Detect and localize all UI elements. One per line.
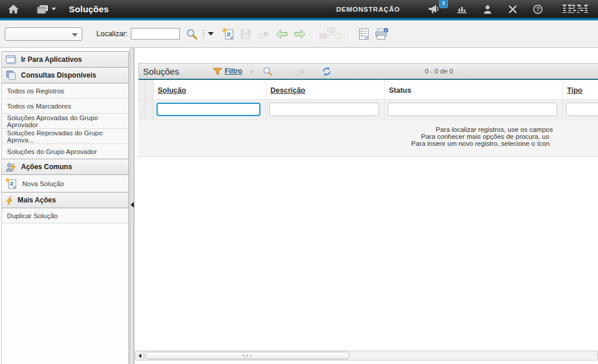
previous-page-icon[interactable] — [409, 67, 419, 76]
bulletins-icon[interactable]: 1 — [428, 4, 441, 14]
app-title: Soluções — [69, 4, 109, 14]
filter-input-tipo[interactable] — [566, 103, 598, 116]
chevron-down-icon — [51, 8, 56, 10]
common-actions-icon — [5, 162, 17, 172]
sidebar-header-acoes-comuns[interactable]: Ações Comuns — [2, 159, 128, 175]
chevron-down-icon — [72, 33, 78, 37]
topbar-right-cluster: DEMONSTRAÇÃO 1 IBM — [336, 4, 598, 14]
search-icon[interactable] — [186, 28, 198, 40]
localizar-input[interactable] — [131, 28, 180, 40]
row-marker-column — [145, 80, 154, 99]
table-title: Soluções — [143, 66, 179, 76]
help-text-line: Para inserir um novo registro, selecione… — [411, 140, 550, 147]
scrollbar-thumb[interactable] — [145, 352, 350, 359]
clear-changes-icon[interactable] — [257, 29, 270, 39]
page-body: Ir Para Aplicativos Consultas Disponívei… — [0, 48, 598, 364]
help-text-line: Para conhecer mais opções de procura, us — [421, 133, 549, 140]
column-header-solucao[interactable]: Solução — [158, 86, 186, 94]
applications-icon — [5, 55, 17, 65]
next-page-icon[interactable] — [458, 67, 469, 76]
print-icon[interactable] — [375, 27, 389, 40]
username: DEMONSTRAÇÃO — [336, 6, 400, 13]
sidebar-item-label: Soluções Aprovadas do Grupo Aprovador — [7, 114, 128, 128]
move-up-icon[interactable] — [354, 66, 363, 76]
sidebar-header-consultas-disponiveis[interactable]: Consultas Disponíveis — [2, 67, 128, 83]
sidebar-header-label: Consultas Disponíveis — [21, 71, 96, 79]
column-header-descricao[interactable]: Descrição — [270, 86, 305, 94]
sidebar-item-label: Nova Solução — [22, 180, 64, 187]
collapse-arrow-icon — [131, 202, 134, 208]
column-header-tipo[interactable]: Tipo — [567, 86, 582, 94]
previous-record-icon[interactable] — [276, 29, 288, 39]
table-toolbar: Soluções Filtro — [138, 63, 598, 80]
profile-icon[interactable] — [483, 5, 492, 14]
sidebar-header-label: Mais Ações — [18, 196, 56, 204]
table-empty-help: Para localizar registros, use os campos … — [138, 120, 598, 157]
sidebar-item-label: Todos os Marcadores — [7, 103, 71, 110]
run-reports-icon[interactable] — [359, 28, 369, 40]
svg-text:#: # — [227, 31, 230, 38]
sidebar-header-label: Ações Comuns — [21, 163, 72, 171]
table-search-icon[interactable] — [262, 66, 273, 77]
filter-toggle-link[interactable]: Filtro — [225, 67, 242, 75]
sidebar-item-duplicar-solucao[interactable]: Duplicar Solução — [2, 208, 128, 223]
filter-input-descricao[interactable] — [269, 103, 379, 116]
toolbar-separator — [350, 26, 351, 42]
new-record-icon[interactable]: # — [222, 27, 234, 40]
toolbar-dots-separator — [203, 30, 204, 38]
table-column-headers: Solução Descrição Status Tipo — [138, 80, 598, 99]
help-icon[interactable] — [533, 5, 543, 14]
scroll-left-arrow-icon — [138, 354, 141, 358]
workflow-icon[interactable] — [319, 27, 343, 41]
pagination-label: 0 - 0 de 0 — [425, 68, 453, 75]
sidebar-item-label: Todos os Registros — [7, 88, 64, 94]
sign-out-icon[interactable] — [508, 5, 517, 14]
localizar-label: Localizar: — [96, 30, 128, 38]
home-icon[interactable] — [8, 4, 19, 14]
toolbar-separator — [313, 26, 314, 42]
sidebar-header-label: Ir Para Aplicativos — [21, 55, 82, 64]
more-actions-icon — [5, 195, 13, 205]
sidebar-menu: Ir Para Aplicativos Consultas Disponívei… — [1, 51, 129, 364]
table-filter-row — [138, 99, 598, 120]
scroll-left-button[interactable] — [135, 351, 144, 360]
save-icon[interactable] — [240, 29, 251, 40]
clear-filter-icon[interactable] — [293, 67, 305, 76]
svg-text:#: # — [10, 181, 13, 187]
sidebar-item-nova-solucao[interactable]: # Nova Solução — [2, 175, 128, 192]
move-down-icon[interactable] — [376, 66, 384, 76]
search-options-caret[interactable] — [208, 32, 214, 36]
filter-expand-icon[interactable] — [251, 66, 253, 76]
sidebar-item-todos-os-registros[interactable]: Todos os Registros — [2, 83, 128, 99]
sidebar-header-ir-para-aplicativos[interactable]: Ir Para Aplicativos — [2, 51, 128, 68]
action-select[interactable] — [5, 27, 82, 41]
horizontal-scrollbar[interactable] — [135, 351, 598, 360]
sidebar-item-solucoes-aprovadas[interactable]: Soluções Aprovadas do Grupo Aprovador — [2, 114, 128, 129]
sidebar-item-todos-os-marcadores[interactable]: Todos os Marcadores — [2, 99, 128, 114]
sidebar: Ir Para Aplicativos Consultas Disponívei… — [0, 48, 130, 364]
filter-input-status[interactable] — [388, 103, 557, 116]
sidebar-item-label: Duplicar Solução — [7, 212, 58, 219]
filter-input-solucao[interactable] — [157, 103, 260, 116]
notification-badge: 1 — [439, 0, 448, 8]
help-text-line: Para localizar registros, use os campos — [436, 126, 553, 133]
new-solution-icon: # — [5, 177, 17, 190]
sidebar-item-solucoes-reprovadas[interactable]: Soluções Reprovadas do Grupo Aprova... — [2, 129, 128, 144]
refresh-icon[interactable] — [322, 66, 332, 76]
queries-icon — [5, 70, 17, 80]
application-toolbar: Localizar: # — [0, 20, 598, 48]
next-record-icon[interactable] — [294, 29, 306, 39]
results-table-card: Soluções Filtro — [138, 63, 598, 157]
filter-funnel-icon[interactable] — [213, 68, 222, 75]
top-navigation-bar: Soluções DEMONSTRAÇÃO 1 IBM — [0, 0, 598, 20]
main-content: Soluções Filtro — [134, 48, 598, 364]
sidebar-item-solucoes-do-grupo-aprovador[interactable]: Soluções do Grupo Aprovador — [2, 144, 128, 159]
sidebar-collapse-handle[interactable] — [130, 48, 134, 364]
sidebar-header-mais-acoes[interactable]: Mais Ações — [2, 192, 128, 208]
row-select-column — [139, 80, 145, 99]
sidebar-item-label: Soluções Reprovadas do Grupo Aprova... — [7, 130, 128, 144]
sidebar-item-label: Soluções do Grupo Aprovador — [7, 148, 97, 155]
go-to-applications-icon[interactable] — [37, 5, 56, 14]
reports-chart-icon[interactable] — [457, 5, 467, 13]
pagination: 0 - 0 de 0 — [409, 67, 469, 76]
